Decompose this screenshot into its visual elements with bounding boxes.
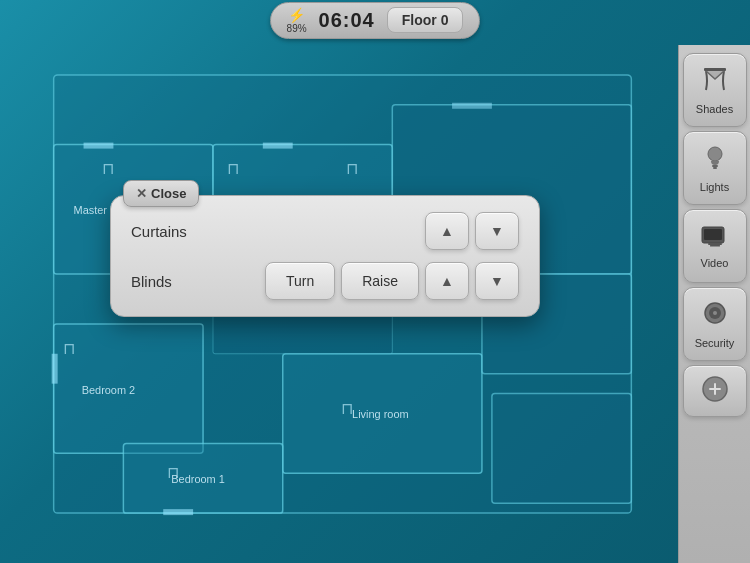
- svg-rect-7: [54, 324, 203, 453]
- blinds-controls: Turn Raise ▲ ▼: [265, 262, 519, 300]
- svg-rect-6: [452, 103, 492, 109]
- blinds-turn-button[interactable]: Turn: [265, 262, 335, 300]
- curtains-row: Curtains ▲ ▼: [131, 212, 519, 250]
- shades-icon: [701, 65, 729, 99]
- top-bar: ⚡ 89% 06:04 Floor 0: [0, 0, 750, 40]
- svg-rect-9: [283, 354, 482, 474]
- sidebar-shades-label: Shades: [696, 103, 733, 115]
- svg-rect-29: [712, 165, 718, 167]
- time-display: 06:04: [319, 9, 375, 32]
- dialog-content: Curtains ▲ ▼ Blinds Turn Raise ▲ ▼: [111, 196, 539, 316]
- sidebar-item-security[interactable]: Security: [683, 287, 747, 361]
- sidebar-security-label: Security: [695, 337, 735, 349]
- status-pill: ⚡ 89% 06:04 Floor 0: [270, 2, 481, 39]
- svg-rect-8: [52, 354, 58, 384]
- blinds-up-button[interactable]: ▲: [425, 262, 469, 300]
- svg-text:⊓: ⊓: [102, 160, 114, 177]
- battery-section: ⚡ 89%: [287, 7, 307, 34]
- battery-percent: 89%: [287, 23, 307, 34]
- svg-rect-34: [710, 245, 720, 247]
- security-icon: [701, 299, 729, 333]
- curtains-label: Curtains: [131, 223, 211, 240]
- svg-point-28: [708, 147, 722, 161]
- svg-rect-10: [123, 443, 282, 513]
- svg-text:⊓: ⊓: [341, 400, 353, 417]
- lights-icon: [701, 143, 729, 177]
- svg-rect-30: [713, 167, 717, 169]
- blinds-raise-button[interactable]: Raise: [341, 262, 419, 300]
- sidebar-add-button[interactable]: [683, 365, 747, 417]
- svg-rect-4: [263, 143, 293, 149]
- svg-rect-40: [714, 383, 716, 395]
- svg-rect-11: [163, 509, 193, 515]
- close-button[interactable]: ✕ Close: [123, 180, 199, 207]
- svg-text:⊓: ⊓: [227, 160, 239, 177]
- video-icon: [700, 223, 730, 253]
- blinds-label: Blinds: [131, 273, 211, 290]
- add-icon: [699, 373, 731, 410]
- curtains-down-button[interactable]: ▼: [475, 212, 519, 250]
- sidebar-lights-label: Lights: [700, 181, 729, 193]
- floor-button[interactable]: Floor 0: [387, 7, 464, 33]
- svg-text:⊓: ⊓: [346, 160, 358, 177]
- right-sidebar: Shades Lights Video: [678, 45, 750, 563]
- svg-rect-27: [704, 68, 726, 71]
- svg-rect-2: [84, 143, 114, 149]
- sidebar-item-shades[interactable]: Shades: [683, 53, 747, 127]
- close-x-icon: ✕: [136, 186, 147, 201]
- svg-text:Bedroom 1: Bedroom 1: [171, 473, 225, 485]
- svg-rect-32: [704, 229, 722, 240]
- shades-popup: ✕ Close Curtains ▲ ▼ Blinds Turn Raise ▲…: [110, 195, 540, 317]
- svg-rect-14: [492, 394, 631, 504]
- svg-text:⊓: ⊓: [63, 340, 75, 357]
- curtains-up-button[interactable]: ▲: [425, 212, 469, 250]
- curtains-controls: ▲ ▼: [425, 212, 519, 250]
- svg-rect-33: [708, 243, 722, 245]
- svg-point-37: [713, 311, 717, 315]
- blinds-down-button[interactable]: ▼: [475, 262, 519, 300]
- battery-icon: ⚡: [288, 7, 305, 23]
- sidebar-video-label: Video: [701, 257, 729, 269]
- svg-text:⊓: ⊓: [167, 464, 179, 481]
- sidebar-item-lights[interactable]: Lights: [683, 131, 747, 205]
- close-label: Close: [151, 186, 186, 201]
- svg-text:Bedroom 2: Bedroom 2: [82, 384, 136, 396]
- svg-text:Living room: Living room: [352, 409, 409, 421]
- sidebar-item-video[interactable]: Video: [683, 209, 747, 283]
- blinds-row: Blinds Turn Raise ▲ ▼: [131, 262, 519, 300]
